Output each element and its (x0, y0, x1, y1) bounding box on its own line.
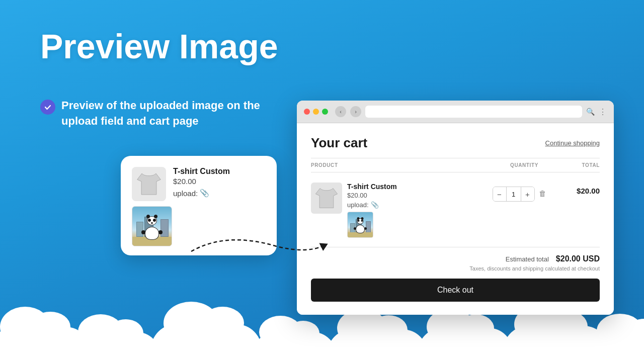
quantity-area: − 1 + 🗑 (484, 183, 554, 202)
cart-page-content: Your cart Continue shopping PRODUCT QUAN… (297, 123, 614, 315)
cart-uploaded-preview (347, 212, 373, 238)
paperclip-icon: 📎 (200, 189, 209, 198)
cart-item-name: T-shirt Custom (347, 183, 479, 191)
col-header-product: PRODUCT (311, 162, 489, 168)
nav-back-button[interactable]: ‹ (335, 106, 346, 117)
cart-item-total: $20.00 (559, 183, 600, 196)
continue-shopping-link[interactable]: Continue shopping (545, 139, 600, 147)
browser-window: ‹ › 🔍 ⋮ Your cart Continue shopping PROD… (297, 101, 614, 315)
product-details: T-shirt Custom $20.00 upload: 📎 (173, 167, 230, 198)
page-title: Preview Image (40, 28, 278, 65)
traffic-lights (304, 109, 328, 115)
traffic-light-red[interactable] (304, 109, 310, 115)
check-icon (44, 103, 52, 111)
checkout-button[interactable]: Check out (311, 279, 600, 302)
cart-summary: Estimated total $20.00 USD Taxes, discou… (311, 247, 600, 302)
cart-item: T-shirt Custom $20.00 upload: 📎 (311, 178, 600, 242)
delete-item-button[interactable]: 🗑 (539, 187, 546, 198)
cart-item-info: T-shirt Custom $20.00 upload: 📎 (347, 183, 479, 238)
subtitle-text: Preview of the uploaded image on the upl… (61, 98, 282, 129)
quantity-increase-button[interactable]: + (521, 187, 534, 202)
product-row: T-shirt Custom $20.00 upload: 📎 (132, 167, 266, 201)
subtitle-row: Preview of the uploaded image on the upl… (40, 98, 282, 129)
quantity-value: 1 (506, 187, 521, 202)
cart-item-thumbnail (311, 183, 342, 214)
estimated-total-row: Estimated total $20.00 USD (311, 254, 600, 263)
col-header-total: TOTAL (559, 162, 600, 168)
upload-field-label: upload: 📎 (173, 189, 230, 198)
search-icon: 🔍 (586, 108, 595, 116)
cart-header: Your cart Continue shopping (311, 135, 600, 151)
tshirt-icon (135, 171, 163, 197)
traffic-light-green[interactable] (322, 109, 328, 115)
cart-paperclip-icon: 📎 (371, 201, 379, 209)
product-thumbnail (132, 167, 166, 201)
traffic-light-yellow[interactable] (313, 109, 319, 115)
more-options-icon[interactable]: ⋮ (599, 107, 607, 117)
item-total-amount: $20.00 (577, 187, 600, 195)
cart-tshirt-icon (313, 186, 340, 210)
upload-card: T-shirt Custom $20.00 upload: 📎 (121, 156, 277, 255)
quantity-decrease-button[interactable]: − (493, 187, 506, 202)
estimated-total-label: Estimated total (506, 255, 549, 263)
col-header-quantity: QUANTITY (489, 162, 559, 168)
panda-preview-image (132, 207, 172, 246)
cart-item-price: $20.00 (347, 192, 479, 199)
page-title-area: Preview Image (40, 28, 278, 65)
check-badge (40, 100, 55, 115)
cart-title: Your cart (311, 135, 367, 151)
estimated-total-amount: $20.00 USD (556, 254, 600, 263)
upload-product-price: $20.00 (173, 177, 230, 186)
cart-table-header: PRODUCT QUANTITY TOTAL (311, 158, 600, 172)
address-bar[interactable] (365, 106, 582, 118)
cart-item-upload-row: upload: 📎 (347, 201, 479, 209)
upload-product-name: T-shirt Custom (173, 167, 230, 176)
nav-forward-button[interactable]: › (350, 106, 361, 117)
uploaded-image-preview (132, 206, 172, 246)
tax-note: Taxes, discounts and shipping calculated… (311, 265, 600, 272)
browser-titlebar: ‹ › 🔍 ⋮ (297, 101, 614, 123)
